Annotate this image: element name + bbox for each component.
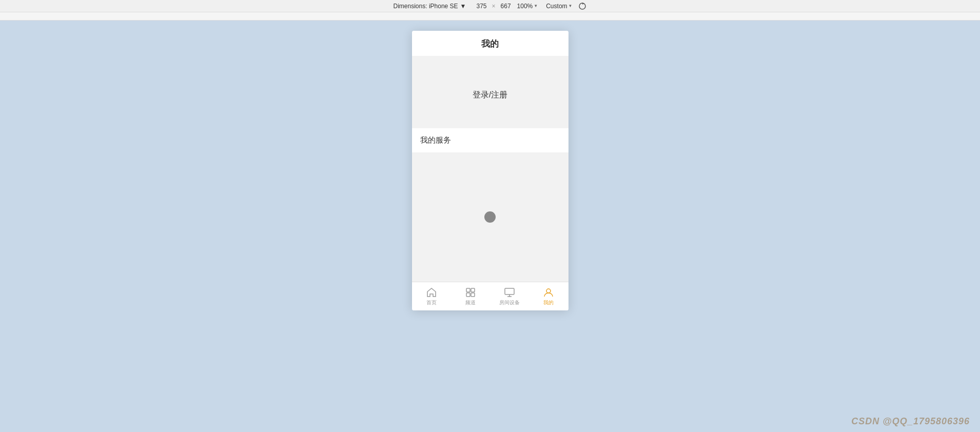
ruler bbox=[0, 12, 980, 21]
gray-circle bbox=[484, 211, 496, 223]
svg-rect-5 bbox=[505, 288, 514, 294]
zoom-value: 100% bbox=[517, 3, 533, 10]
tab-home[interactable]: 首页 bbox=[412, 282, 451, 310]
phone-body: 登录/注册 我的服务 首页 bbox=[412, 56, 569, 310]
tab-room-device-label: 房间设备 bbox=[499, 299, 520, 306]
services-title: 我的服务 bbox=[420, 135, 451, 144]
tab-channel[interactable]: 频道 bbox=[451, 282, 490, 310]
phone-frame: 我的 登录/注册 我的服务 bbox=[412, 31, 569, 310]
monitor-icon bbox=[504, 287, 515, 298]
home-icon bbox=[426, 287, 437, 298]
width-section: 375 bbox=[477, 3, 487, 10]
phone-header: 我的 bbox=[412, 31, 569, 56]
login-register-text[interactable]: 登录/注册 bbox=[473, 90, 507, 101]
rotate-section[interactable] bbox=[578, 2, 586, 10]
tab-channel-label: 频道 bbox=[465, 299, 476, 306]
tab-home-label: 首页 bbox=[426, 299, 437, 306]
preset-dropdown[interactable]: Custom ▼ bbox=[544, 3, 574, 10]
zoom-arrow: ▼ bbox=[534, 4, 538, 8]
user-profile-section[interactable]: 登录/注册 bbox=[412, 56, 569, 128]
dimensions-label: Dimensions: iPhone SE bbox=[394, 3, 458, 10]
grid-icon bbox=[465, 287, 476, 298]
tab-my[interactable]: 我的 bbox=[529, 282, 568, 310]
tab-room-device[interactable]: 房间设备 bbox=[490, 282, 529, 310]
rotate-icon bbox=[578, 2, 586, 10]
page-title: 我的 bbox=[481, 39, 499, 49]
gray-body bbox=[412, 152, 569, 282]
canvas-area: 我的 登录/注册 我的服务 bbox=[0, 21, 980, 432]
user-icon bbox=[543, 287, 554, 298]
svg-rect-1 bbox=[466, 288, 470, 292]
dimensions-arrow[interactable]: ▼ bbox=[460, 3, 466, 10]
height-section: 667 bbox=[501, 3, 511, 10]
svg-rect-3 bbox=[466, 293, 470, 297]
top-toolbar: Dimensions: iPhone SE ▼ 375 × 667 100% ▼… bbox=[0, 0, 980, 12]
svg-rect-4 bbox=[471, 293, 475, 297]
svg-rect-2 bbox=[471, 288, 475, 292]
tab-my-label: 我的 bbox=[543, 299, 554, 306]
dimensions-section: Dimensions: iPhone SE ▼ bbox=[394, 3, 466, 10]
width-value: 375 bbox=[477, 3, 487, 10]
zoom-dropdown[interactable]: 100% ▼ bbox=[515, 3, 540, 10]
preset-arrow: ▼ bbox=[569, 4, 573, 8]
svg-point-8 bbox=[546, 289, 551, 293]
tab-bar: 首页 频道 bbox=[412, 282, 569, 310]
separator2: × bbox=[491, 3, 497, 10]
preset-value: Custom bbox=[546, 3, 567, 10]
services-section: 我的服务 bbox=[412, 128, 569, 152]
height-value: 667 bbox=[501, 3, 511, 10]
